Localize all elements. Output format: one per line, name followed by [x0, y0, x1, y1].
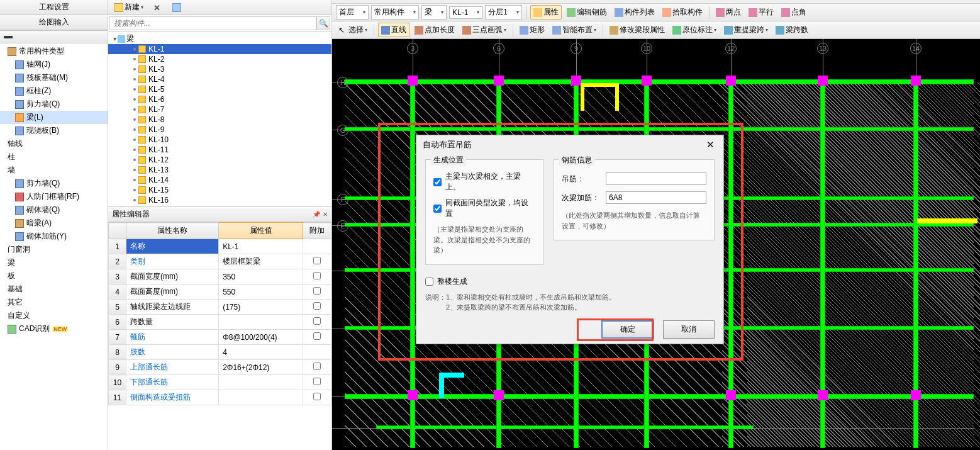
prop-value[interactable]: 550: [219, 284, 303, 300]
tree-leaf[interactable]: KL-3: [108, 64, 331, 74]
span-count-button[interactable]: 梁跨数: [773, 23, 811, 37]
prop-category[interactable]: 类别: [126, 254, 219, 269]
prop-value[interactable]: [219, 315, 303, 330]
edit-rebar-button[interactable]: 编辑钢筋: [564, 6, 610, 19]
expander-icon[interactable]: ▾: [113, 35, 116, 42]
prop-side-rebar[interactable]: 侧面构造或受扭筋: [126, 390, 219, 405]
point-length-button[interactable]: 点加长度: [412, 23, 457, 37]
annotation-button[interactable]: 原位标注▾: [670, 23, 719, 37]
prop-top-rebar[interactable]: 上部通长筋: [126, 360, 219, 375]
layer-combo[interactable]: 分层1▾: [485, 5, 522, 20]
prop-limb[interactable]: 肢数: [126, 345, 219, 360]
point-angle-button[interactable]: 点角: [779, 6, 809, 19]
category-combo[interactable]: 常用构件▾: [371, 5, 419, 20]
tree-leaf[interactable]: KL-12: [108, 155, 331, 165]
tab-project-settings[interactable]: 工程设置: [0, 0, 108, 15]
recalc-span-button[interactable]: 重提梁跨▾: [721, 23, 771, 37]
rect-button[interactable]: 矩形: [517, 23, 547, 37]
checkbox[interactable]: [433, 205, 442, 213]
tree-root[interactable]: ▾梁: [108, 33, 331, 44]
modify-section-button[interactable]: 修改梁段属性: [607, 23, 667, 37]
dialog-close-button[interactable]: ✕: [704, 139, 717, 150]
tree-leaf[interactable]: KL-9: [108, 125, 331, 135]
hanging-rebar-input[interactable]: [606, 172, 706, 185]
nav-foundation-group[interactable]: 基础: [0, 283, 108, 296]
tab-draw-input[interactable]: 绘图输入: [0, 15, 108, 30]
prop-value[interactable]: [219, 375, 303, 390]
copy-button[interactable]: [170, 3, 184, 13]
extra-checkbox[interactable]: [313, 257, 321, 264]
extra-checkbox[interactable]: [313, 302, 321, 310]
prop-value[interactable]: 2Φ16+(2Φ12): [219, 360, 303, 375]
nav-beam-group[interactable]: 梁: [0, 256, 108, 269]
prop-name[interactable]: 名称: [126, 239, 219, 254]
nav-custom-group[interactable]: 自定义: [0, 309, 108, 322]
tree-leaf[interactable]: KL-7: [108, 104, 331, 115]
prop-value[interactable]: KL-1: [219, 239, 303, 254]
nav-defense-door[interactable]: 人防门框墙(RF): [0, 190, 108, 203]
prop-stirrup[interactable]: 箍筋: [126, 330, 219, 345]
search-input[interactable]: [109, 16, 316, 30]
floor-combo[interactable]: 首层▾: [336, 5, 369, 20]
extra-checkbox[interactable]: [313, 317, 321, 325]
nav-frame-column[interactable]: 框柱(Z): [0, 84, 108, 98]
nav-masonry-rebar[interactable]: 砌体加筋(Y): [0, 230, 108, 243]
nav-shear-wall2[interactable]: 剪力墙(Q): [0, 177, 108, 190]
extra-checkbox[interactable]: [313, 287, 321, 295]
properties-button[interactable]: 属性: [530, 5, 562, 20]
prop-value[interactable]: 4: [219, 345, 303, 360]
component-combo[interactable]: 梁▾: [421, 5, 447, 20]
chk-whole-building[interactable]: 整楼生成: [425, 276, 715, 287]
prop-value[interactable]: [219, 390, 303, 405]
smart-layout-button[interactable]: 智能布置▾: [550, 23, 599, 37]
search-button[interactable]: 🔍: [316, 16, 330, 30]
extra-checkbox[interactable]: [313, 363, 321, 370]
tree-leaf[interactable]: KL-11: [108, 145, 331, 155]
tree-leaf[interactable]: KL-15: [108, 185, 331, 195]
pick-component-button[interactable]: 拾取构件: [660, 6, 705, 19]
extra-checkbox[interactable]: [313, 393, 321, 400]
chk-main-secondary[interactable]: 主梁与次梁相交，主梁上。: [433, 171, 535, 193]
prop-span-count[interactable]: 跨数量: [126, 315, 219, 330]
prop-axis-dist[interactable]: 轴线距梁左边线距: [126, 300, 219, 315]
tree-leaf[interactable]: KL-14: [108, 175, 331, 185]
prop-bottom-rebar[interactable]: 下部通长筋: [126, 375, 219, 390]
secondary-rebar-input[interactable]: [606, 191, 706, 204]
new-button[interactable]: 新建▾: [112, 1, 146, 13]
nav-masonry-wall[interactable]: 砌体墙(Q): [0, 203, 108, 217]
prop-height[interactable]: 截面高度(mm): [126, 284, 219, 300]
close-icon[interactable]: ✕: [323, 211, 328, 218]
prop-value[interactable]: Φ8@100/200(4): [219, 330, 303, 345]
tree-leaf[interactable]: KL-6: [108, 94, 331, 104]
nav-slab-group[interactable]: 板: [0, 269, 108, 283]
extra-checkbox[interactable]: [313, 378, 321, 385]
prop-value[interactable]: (175): [219, 300, 303, 315]
nav-hidden-beam[interactable]: 暗梁(A): [0, 217, 108, 230]
drawing-canvas[interactable]: 3 6 9 10 12 13 14 H G F E: [332, 39, 980, 450]
two-point-button[interactable]: 两点: [713, 6, 743, 19]
component-list-button[interactable]: 构件列表: [612, 6, 657, 19]
nav-cad-recognize[interactable]: CAD识别 NEW: [0, 322, 108, 335]
nav-door-window[interactable]: 门窗洞: [0, 243, 108, 256]
ok-button[interactable]: 确定: [601, 320, 654, 339]
cancel-button[interactable]: 取消: [663, 320, 715, 339]
prop-value[interactable]: 350: [219, 269, 303, 284]
tree-leaf[interactable]: KL-4: [108, 74, 331, 84]
parallel-button[interactable]: 平行: [746, 6, 776, 19]
nav-raft-foundation[interactable]: 筏板基础(M): [0, 71, 108, 84]
select-button[interactable]: ↖选择▾: [336, 23, 370, 37]
nav-axis-grid[interactable]: 轴网(J): [0, 58, 108, 71]
checkbox[interactable]: [425, 278, 433, 286]
nav-column-group[interactable]: 柱: [0, 150, 108, 164]
prop-width[interactable]: 截面宽度(mm): [126, 269, 219, 284]
tree-leaf[interactable]: KL-16: [108, 195, 331, 205]
checkbox[interactable]: [433, 178, 442, 186]
item-combo[interactable]: KL-1▾: [449, 6, 482, 19]
nav-beam[interactable]: 梁(L): [0, 111, 108, 124]
extra-checkbox[interactable]: [313, 272, 321, 279]
line-button[interactable]: 直线: [378, 23, 409, 37]
tree-leaf[interactable]: KL-2: [108, 54, 331, 64]
nav-axis[interactable]: 轴线: [0, 137, 108, 150]
nav-wall-group[interactable]: 墙: [0, 164, 108, 177]
tree-leaf[interactable]: KL-10: [108, 135, 331, 145]
